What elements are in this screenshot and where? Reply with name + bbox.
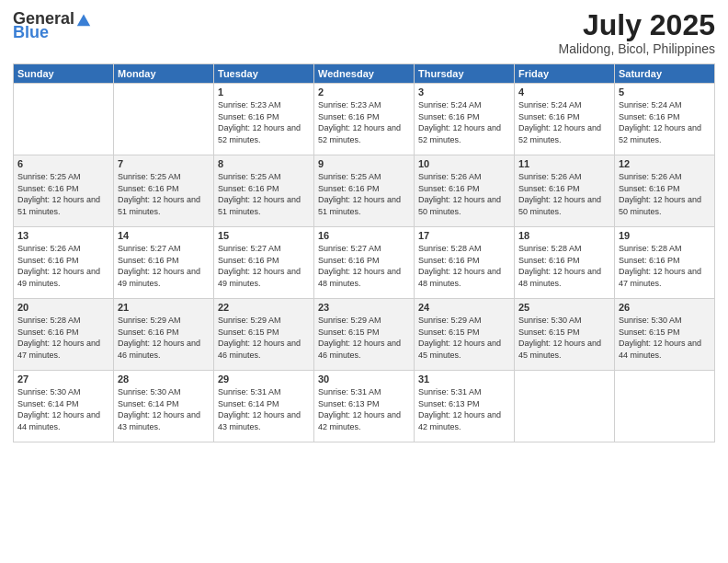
logo: General Blue bbox=[13, 9, 92, 42]
day-info: Sunrise: 5:30 AM Sunset: 6:14 PM Dayligh… bbox=[17, 386, 109, 432]
table-row: 18Sunrise: 5:28 AM Sunset: 6:16 PM Dayli… bbox=[515, 227, 615, 299]
day-info: Sunrise: 5:31 AM Sunset: 6:14 PM Dayligh… bbox=[218, 386, 310, 432]
table-row: 29Sunrise: 5:31 AM Sunset: 6:14 PM Dayli… bbox=[214, 371, 314, 442]
col-sunday: Sunday bbox=[14, 64, 114, 84]
day-info: Sunrise: 5:25 AM Sunset: 6:16 PM Dayligh… bbox=[118, 171, 210, 217]
day-number: 15 bbox=[218, 230, 310, 241]
calendar-header-row: Sunday Monday Tuesday Wednesday Thursday… bbox=[14, 64, 715, 84]
col-wednesday: Wednesday bbox=[314, 64, 415, 84]
col-saturday: Saturday bbox=[615, 64, 715, 84]
table-row: 9Sunrise: 5:25 AM Sunset: 6:16 PM Daylig… bbox=[314, 155, 415, 227]
day-info: Sunrise: 5:25 AM Sunset: 6:16 PM Dayligh… bbox=[218, 171, 310, 217]
svg-marker-0 bbox=[77, 14, 90, 26]
day-number: 6 bbox=[17, 158, 109, 169]
table-row: 8Sunrise: 5:25 AM Sunset: 6:16 PM Daylig… bbox=[214, 155, 314, 227]
day-number: 26 bbox=[619, 302, 711, 313]
table-row: 17Sunrise: 5:28 AM Sunset: 6:16 PM Dayli… bbox=[415, 227, 515, 299]
day-info: Sunrise: 5:25 AM Sunset: 6:16 PM Dayligh… bbox=[318, 171, 410, 217]
table-row: 27Sunrise: 5:30 AM Sunset: 6:14 PM Dayli… bbox=[14, 371, 114, 442]
day-info: Sunrise: 5:24 AM Sunset: 6:16 PM Dayligh… bbox=[518, 99, 610, 145]
day-info: Sunrise: 5:27 AM Sunset: 6:16 PM Dayligh… bbox=[318, 243, 410, 289]
day-info: Sunrise: 5:29 AM Sunset: 6:16 PM Dayligh… bbox=[118, 315, 210, 361]
calendar-week-row: 20Sunrise: 5:28 AM Sunset: 6:16 PM Dayli… bbox=[14, 299, 715, 371]
table-row bbox=[515, 371, 615, 442]
day-number: 30 bbox=[318, 373, 410, 385]
day-number: 9 bbox=[318, 158, 410, 169]
day-number: 16 bbox=[318, 230, 410, 241]
day-info: Sunrise: 5:24 AM Sunset: 6:16 PM Dayligh… bbox=[418, 99, 510, 145]
day-number: 17 bbox=[418, 230, 510, 241]
table-row: 25Sunrise: 5:30 AM Sunset: 6:15 PM Dayli… bbox=[515, 299, 615, 371]
table-row bbox=[114, 84, 214, 155]
day-info: Sunrise: 5:28 AM Sunset: 6:16 PM Dayligh… bbox=[418, 243, 510, 289]
day-number: 3 bbox=[418, 86, 510, 98]
day-info: Sunrise: 5:28 AM Sunset: 6:16 PM Dayligh… bbox=[619, 243, 711, 289]
day-info: Sunrise: 5:25 AM Sunset: 6:16 PM Dayligh… bbox=[17, 171, 109, 217]
day-info: Sunrise: 5:30 AM Sunset: 6:15 PM Dayligh… bbox=[619, 315, 711, 361]
table-row: 22Sunrise: 5:29 AM Sunset: 6:15 PM Dayli… bbox=[214, 299, 314, 371]
day-info: Sunrise: 5:28 AM Sunset: 6:16 PM Dayligh… bbox=[17, 315, 109, 361]
day-info: Sunrise: 5:23 AM Sunset: 6:16 PM Dayligh… bbox=[218, 99, 310, 145]
day-info: Sunrise: 5:29 AM Sunset: 6:15 PM Dayligh… bbox=[218, 315, 310, 361]
day-info: Sunrise: 5:29 AM Sunset: 6:15 PM Dayligh… bbox=[318, 315, 410, 361]
day-number: 4 bbox=[518, 86, 610, 98]
day-number: 29 bbox=[218, 373, 310, 385]
table-row: 6Sunrise: 5:25 AM Sunset: 6:16 PM Daylig… bbox=[14, 155, 114, 227]
title-block: July 2025 Malidong, Bicol, Philippines bbox=[559, 9, 715, 56]
table-row: 4Sunrise: 5:24 AM Sunset: 6:16 PM Daylig… bbox=[515, 84, 615, 155]
table-row: 21Sunrise: 5:29 AM Sunset: 6:16 PM Dayli… bbox=[114, 299, 214, 371]
day-number: 1 bbox=[218, 86, 310, 98]
day-number: 27 bbox=[17, 373, 109, 385]
table-row: 14Sunrise: 5:27 AM Sunset: 6:16 PM Dayli… bbox=[114, 227, 214, 299]
day-number: 14 bbox=[118, 230, 210, 241]
day-info: Sunrise: 5:29 AM Sunset: 6:15 PM Dayligh… bbox=[418, 315, 510, 361]
day-number: 7 bbox=[118, 158, 210, 169]
calendar-week-row: 1Sunrise: 5:23 AM Sunset: 6:16 PM Daylig… bbox=[14, 84, 715, 155]
day-number: 8 bbox=[218, 158, 310, 169]
table-row: 10Sunrise: 5:26 AM Sunset: 6:16 PM Dayli… bbox=[415, 155, 515, 227]
logo-icon bbox=[75, 11, 92, 28]
table-row: 26Sunrise: 5:30 AM Sunset: 6:15 PM Dayli… bbox=[615, 299, 715, 371]
day-number: 22 bbox=[218, 302, 310, 313]
day-number: 25 bbox=[518, 302, 610, 313]
table-row: 5Sunrise: 5:24 AM Sunset: 6:16 PM Daylig… bbox=[615, 84, 715, 155]
table-row: 30Sunrise: 5:31 AM Sunset: 6:13 PM Dayli… bbox=[314, 371, 415, 442]
page: General Blue July 2025 Malidong, Bicol, … bbox=[0, 0, 728, 563]
day-number: 19 bbox=[619, 230, 711, 241]
day-info: Sunrise: 5:28 AM Sunset: 6:16 PM Dayligh… bbox=[518, 243, 610, 289]
table-row: 28Sunrise: 5:30 AM Sunset: 6:14 PM Dayli… bbox=[114, 371, 214, 442]
day-info: Sunrise: 5:26 AM Sunset: 6:16 PM Dayligh… bbox=[619, 171, 711, 217]
table-row: 20Sunrise: 5:28 AM Sunset: 6:16 PM Dayli… bbox=[14, 299, 114, 371]
day-number: 2 bbox=[318, 86, 410, 98]
table-row: 23Sunrise: 5:29 AM Sunset: 6:15 PM Dayli… bbox=[314, 299, 415, 371]
table-row: 24Sunrise: 5:29 AM Sunset: 6:15 PM Dayli… bbox=[415, 299, 515, 371]
day-number: 31 bbox=[418, 373, 510, 385]
day-info: Sunrise: 5:23 AM Sunset: 6:16 PM Dayligh… bbox=[318, 99, 410, 145]
table-row: 15Sunrise: 5:27 AM Sunset: 6:16 PM Dayli… bbox=[214, 227, 314, 299]
location: Malidong, Bicol, Philippines bbox=[559, 41, 715, 56]
col-thursday: Thursday bbox=[415, 64, 515, 84]
day-number: 11 bbox=[518, 158, 610, 169]
day-number: 12 bbox=[619, 158, 711, 169]
logo-blue: Blue bbox=[13, 23, 49, 42]
day-number: 28 bbox=[118, 373, 210, 385]
day-number: 5 bbox=[619, 86, 711, 98]
calendar-week-row: 27Sunrise: 5:30 AM Sunset: 6:14 PM Dayli… bbox=[14, 371, 715, 442]
logo-text: General Blue bbox=[13, 9, 92, 42]
day-info: Sunrise: 5:30 AM Sunset: 6:14 PM Dayligh… bbox=[118, 386, 210, 432]
table-row: 16Sunrise: 5:27 AM Sunset: 6:16 PM Dayli… bbox=[314, 227, 415, 299]
calendar-week-row: 6Sunrise: 5:25 AM Sunset: 6:16 PM Daylig… bbox=[14, 155, 715, 227]
calendar-week-row: 13Sunrise: 5:26 AM Sunset: 6:16 PM Dayli… bbox=[14, 227, 715, 299]
day-info: Sunrise: 5:31 AM Sunset: 6:13 PM Dayligh… bbox=[318, 386, 410, 432]
day-number: 21 bbox=[118, 302, 210, 313]
day-number: 20 bbox=[17, 302, 109, 313]
day-info: Sunrise: 5:31 AM Sunset: 6:13 PM Dayligh… bbox=[418, 386, 510, 432]
table-row: 2Sunrise: 5:23 AM Sunset: 6:16 PM Daylig… bbox=[314, 84, 415, 155]
day-number: 10 bbox=[418, 158, 510, 169]
col-monday: Monday bbox=[114, 64, 214, 84]
day-number: 23 bbox=[318, 302, 410, 313]
table-row: 7Sunrise: 5:25 AM Sunset: 6:16 PM Daylig… bbox=[114, 155, 214, 227]
day-number: 13 bbox=[17, 230, 109, 241]
header: General Blue July 2025 Malidong, Bicol, … bbox=[13, 9, 715, 56]
day-info: Sunrise: 5:26 AM Sunset: 6:16 PM Dayligh… bbox=[418, 171, 510, 217]
